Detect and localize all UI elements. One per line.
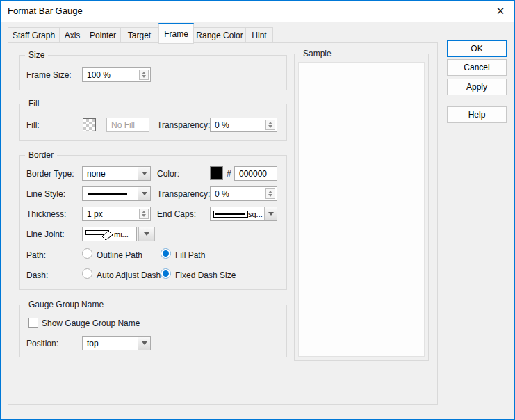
frame-size-input[interactable]: 100 % — [82, 67, 151, 82]
show-gauge-group-name-checkbox[interactable] — [28, 318, 38, 328]
sample-preview-area — [298, 62, 425, 357]
line-joint-arrow-button[interactable] — [138, 227, 155, 241]
thickness-value: 1 px — [87, 209, 103, 219]
tab-target[interactable]: Target — [121, 27, 158, 43]
solid-line-icon — [88, 193, 127, 195]
fill-label: Fill: — [26, 120, 40, 130]
border-color-hex-value: 000000 — [239, 169, 267, 179]
sample-group-title: Sample — [300, 49, 335, 58]
chevron-down-icon — [144, 232, 149, 236]
help-button[interactable]: Help — [447, 106, 507, 123]
position-dropdown[interactable]: top — [82, 336, 151, 350]
border-type-label: Border Type: — [26, 169, 74, 179]
tab-axis[interactable]: Axis — [60, 27, 85, 43]
line-style-label: Line Style: — [26, 189, 65, 199]
thickness-spinner[interactable] — [139, 209, 149, 219]
chevron-down-icon — [138, 167, 150, 180]
hex-hash-label: # — [227, 169, 231, 179]
sample-group: Sample — [294, 54, 429, 361]
border-transparency-input[interactable]: 0 % — [210, 186, 277, 201]
tab-range-color[interactable]: Range Color — [194, 27, 246, 43]
path-label: Path: — [26, 250, 46, 260]
tab-pointer[interactable]: Pointer — [85, 27, 121, 43]
size-group-title: Size — [25, 50, 48, 60]
border-type-dropdown[interactable]: none — [82, 166, 151, 181]
outline-path-radio[interactable] — [82, 248, 92, 259]
spinner-down-icon — [268, 125, 272, 128]
fixed-dash-size-radio[interactable] — [161, 268, 171, 279]
spinner-up-icon — [142, 72, 146, 74]
spinner-up-icon — [268, 122, 272, 124]
squared-cap-line-icon — [213, 211, 248, 218]
tab-frame[interactable]: Frame — [158, 23, 194, 44]
apply-button[interactable]: Apply — [447, 79, 507, 95]
tab-bar: Staff Graph Axis Pointer Target Frame Ra… — [8, 22, 273, 43]
border-transparency-label: Transparency: — [157, 189, 210, 199]
line-joint-dropdown[interactable]: mi... — [82, 227, 137, 241]
chevron-down-icon — [264, 207, 277, 220]
fill-path-label: Fill Path — [175, 250, 205, 260]
frame-size-value: 100 % — [87, 70, 111, 80]
border-transparency-value: 0 % — [215, 189, 229, 199]
border-color-label: Color: — [157, 169, 179, 179]
border-type-value: none — [87, 169, 106, 179]
spinner-up-icon — [268, 191, 272, 193]
frame-size-spinner[interactable] — [139, 70, 149, 80]
position-label: Position: — [26, 339, 58, 348]
auto-adjust-dash-radio[interactable] — [82, 268, 92, 279]
ok-button[interactable]: OK — [447, 40, 507, 57]
spinner-down-icon — [142, 75, 146, 78]
fill-group: Fill Fill: No Fill Transparency: 0 % — [19, 104, 287, 141]
frame-size-label: Frame Size: — [26, 70, 72, 80]
fill-group-title: Fill — [25, 99, 42, 108]
auto-adjust-dash-label: Auto Adjust Dash — [97, 270, 161, 280]
close-icon[interactable]: ✕ — [492, 3, 509, 19]
spinner-up-icon — [142, 211, 146, 213]
line-style-dropdown[interactable] — [82, 186, 151, 201]
thickness-label: Thickness: — [26, 209, 66, 219]
fill-transparency-label: Transparency: — [157, 120, 210, 130]
border-group: Border Border Type: none Color: # 000000… — [19, 155, 287, 290]
thickness-input[interactable]: 1 px — [82, 207, 151, 221]
window-title: Format Bar Gauge — [8, 6, 83, 16]
chevron-down-icon — [138, 187, 150, 200]
gauge-group-name-group: Gauge Group Name Show Gauge Group Name P… — [19, 305, 287, 357]
miter-joint-icon — [85, 228, 114, 241]
position-value: top — [87, 339, 99, 348]
spinner-down-icon — [268, 194, 272, 197]
size-group: Size Frame Size: 100 % — [19, 55, 287, 90]
outline-path-label: Outline Path — [97, 250, 142, 260]
border-group-title: Border — [25, 150, 57, 160]
fill-transparency-spinner[interactable] — [265, 120, 275, 130]
border-transparency-spinner[interactable] — [265, 188, 275, 199]
line-joint-label: Line Joint: — [26, 229, 65, 239]
border-color-swatch[interactable] — [210, 166, 223, 180]
fill-path-radio[interactable] — [161, 248, 171, 259]
tab-hint[interactable]: Hint — [246, 27, 273, 43]
end-caps-label: End Caps: — [157, 209, 196, 219]
fill-transparency-input[interactable]: 0 % — [210, 118, 277, 132]
gauge-group-name-title: Gauge Group Name — [25, 300, 107, 309]
format-bar-gauge-dialog: Format Bar Gauge ✕ Staff Graph Axis Poin… — [0, 0, 515, 420]
cancel-button[interactable]: Cancel — [447, 59, 507, 76]
border-color-hex-input[interactable]: 000000 — [234, 166, 277, 181]
end-caps-dropdown[interactable]: sq... — [210, 207, 277, 221]
spinner-down-icon — [142, 214, 146, 217]
tab-staff-graph[interactable]: Staff Graph — [8, 27, 60, 43]
titlebar: Format Bar Gauge ✕ — [1, 1, 514, 22]
dash-label: Dash: — [26, 270, 48, 280]
fill-value-text: No Fill — [111, 120, 135, 130]
chevron-down-icon — [138, 337, 150, 350]
line-joint-value: mi... — [114, 230, 129, 239]
end-caps-value: sq... — [248, 210, 263, 218]
no-fill-pattern-swatch[interactable] — [83, 118, 96, 131]
fill-value-field[interactable]: No Fill — [106, 118, 149, 132]
fill-transparency-value: 0 % — [215, 120, 229, 130]
fixed-dash-size-label: Fixed Dash Size — [175, 270, 236, 280]
show-gauge-group-name-label: Show Gauge Group Name — [42, 318, 140, 328]
